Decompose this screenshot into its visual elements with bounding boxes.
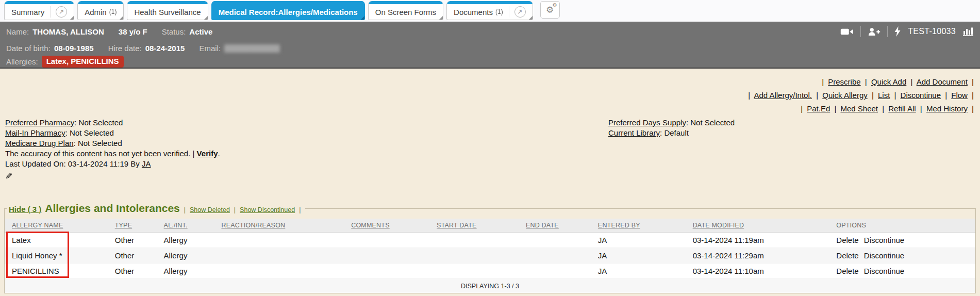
lightning-icon[interactable] [894, 26, 901, 37]
current-library-link[interactable]: Current Library [608, 128, 660, 137]
external-link-icon: ↗ [514, 6, 526, 18]
column-header-entered-by[interactable]: ENTERED BY [598, 222, 640, 229]
separator: | [822, 77, 824, 86]
separator: | [299, 206, 301, 213]
medicare-drug-plan-link[interactable]: Medicare Drug Plan [5, 139, 74, 147]
verify-suffix: . [218, 149, 220, 158]
updated-by-link[interactable]: JA [142, 159, 151, 168]
verify-line: The accuracy of this content has not yet… [5, 149, 608, 159]
prescribe-link[interactable]: Prescribe [828, 77, 860, 86]
patient-header: Name: THOMAS, ALLISON 38 y/o F Status: A… [0, 22, 980, 69]
current-library-field: Current Library: Default [608, 128, 980, 138]
add-person-icon[interactable] [868, 27, 881, 36]
allergy-name-cell: Latex [12, 236, 31, 244]
allergies-section-header: Hide ( 3 ) Allergies and Intolerances | … [7, 202, 305, 215]
divider [860, 26, 861, 37]
allergy-name-cell: PENICILLINS [12, 267, 59, 275]
pharmacy-info: Preferred Pharmacy: Not Selected Mail-In… [0, 116, 980, 182]
mail-in-pharmacy-link[interactable]: Mail-In Pharmacy [5, 128, 65, 137]
separator: | [972, 91, 974, 100]
hide-section-link[interactable]: Hide ( 3 ) [9, 205, 41, 213]
column-header-allergy-name[interactable]: ALLERGY NAME [12, 222, 63, 229]
video-camera-icon[interactable] [840, 27, 854, 36]
preferred-days-supply-link[interactable]: Preferred Days Supply [608, 118, 686, 127]
tab-health-surveillance[interactable]: Health Surveillance [127, 1, 208, 20]
pat-ed-link[interactable]: Pat.Ed [807, 104, 830, 113]
patient-header-row-3: Allergies: Latex, PENICILLINS [0, 55, 980, 68]
quick-allergy-link[interactable]: Quick Allergy [822, 91, 868, 100]
separator: | [910, 77, 912, 86]
separator: | [972, 77, 974, 86]
date-modified-cell: 03-14-2024 11:10am [693, 267, 764, 275]
add-document-link[interactable]: Add Document [917, 77, 968, 86]
date-modified-cell: 03-14-2024 11:29am [693, 251, 764, 260]
section-title: Allergies and Intolerances [45, 202, 179, 215]
table-row: Liquid Honey * Other Allergy JA 03-14-20… [5, 248, 975, 264]
preferred-pharmacy-field: Preferred Pharmacy: Not Selected [5, 118, 608, 128]
tab-label: Documents [454, 8, 493, 17]
table-row: Latex Other Allergy JA 03-14-2024 11:19a… [5, 233, 975, 248]
show-discontinued-link[interactable]: Show Discontinued [240, 206, 295, 213]
allergies-section: Hide ( 3 ) Allergies and Intolerances | … [4, 202, 976, 293]
column-header-al-int[interactable]: AL./INT. [164, 222, 188, 229]
tab-medical-record-allergies-medications[interactable]: Medical Record:Allergies/Medications [211, 1, 365, 20]
med-history-link[interactable]: Med History [926, 104, 968, 113]
bar-chart-icon[interactable] [962, 27, 974, 36]
column-header-reaction-reason[interactable]: REACTION/REASON [221, 222, 285, 229]
open-external-button[interactable]: ↗ [509, 6, 526, 18]
preferred-pharmacy-link[interactable]: Preferred Pharmacy [5, 118, 74, 127]
paging-status: DISPLAYING 1-3 / 3 [5, 279, 975, 293]
separator: | [865, 77, 867, 86]
show-deleted-link[interactable]: Show Deleted [190, 206, 230, 213]
refill-all-link[interactable]: Refill All [888, 104, 916, 113]
flow-link[interactable]: Flow [951, 91, 968, 100]
delete-action[interactable]: Delete [836, 236, 858, 244]
mail-in-pharmacy-field: Mail-In Pharmacy: Not Selected [5, 128, 608, 138]
tab-admin[interactable]: Admin (1) [77, 1, 124, 20]
column-header-type[interactable]: TYPE [115, 222, 132, 229]
column-header-end-date[interactable]: END DATE [526, 222, 559, 229]
quick-add-link[interactable]: Quick Add [871, 77, 906, 86]
discontinue-action[interactable]: Discontinue [864, 251, 904, 260]
tab-label: Medical Record:Allergies/Medications [219, 8, 358, 17]
discontinue-action[interactable]: Discontinue [864, 267, 904, 275]
action-links: | Prescribe | Quick Add | Add Document |… [0, 69, 980, 116]
field-value: Not Selected [76, 139, 122, 147]
separator: | [920, 104, 922, 113]
med-sheet-link[interactable]: Med Sheet [840, 104, 878, 113]
delete-action[interactable]: Delete [836, 267, 858, 275]
separator: | [882, 104, 884, 113]
name-label: Name: [6, 27, 29, 36]
discontinue-link[interactable]: Discontinue [901, 91, 941, 100]
account-id: TEST-10033 [908, 27, 956, 36]
external-link-icon: ↗ [56, 6, 67, 18]
patient-name: THOMAS, ALLISON [32, 27, 104, 36]
al-int-cell: Allergy [164, 251, 188, 260]
main-content: | Prescribe | Quick Add | Add Document |… [0, 69, 980, 296]
separator: | [894, 91, 896, 100]
column-header-date-modified[interactable]: DATE MODIFIED [693, 222, 744, 229]
add-allergy-intol-link[interactable]: Add Allergy/Intol. [754, 91, 812, 100]
allergy-alert-badge[interactable]: Latex, PENICILLINS [42, 56, 124, 68]
status-value: Active [189, 27, 212, 36]
patient-age-sex: 38 y/o F [119, 27, 147, 36]
al-int-cell: Allergy [164, 267, 188, 275]
settings-button[interactable]: ⚙ ⚙ [540, 1, 560, 19]
preferred-days-supply-field: Preferred Days Supply: Not Selected [608, 118, 980, 128]
tab-documents[interactable]: Documents (1) ↗ [446, 1, 533, 20]
field-value: Not Selected [76, 118, 123, 127]
column-header-start-date[interactable]: START DATE [437, 222, 476, 229]
allergies-label: Allergies: [6, 57, 38, 66]
edit-pencil-icon[interactable]: ✎ [5, 171, 12, 181]
tab-on-screen-forms[interactable]: On Screen Forms [368, 1, 443, 20]
tab-bar: Summary ↗ Admin (1) Health Surveillance … [0, 0, 980, 22]
tab-summary[interactable]: Summary ↗ [4, 1, 74, 20]
list-link[interactable]: List [878, 91, 890, 100]
verify-link[interactable]: Verify [197, 149, 218, 158]
open-external-button[interactable]: ↗ [50, 6, 67, 18]
status-label: Status: [162, 27, 186, 36]
medicare-drug-plan-field: Medicare Drug Plan: Not Selected [5, 138, 608, 149]
delete-action[interactable]: Delete [836, 251, 858, 260]
column-header-comments[interactable]: COMMENTS [351, 222, 390, 229]
discontinue-action[interactable]: Discontinue [864, 236, 904, 244]
